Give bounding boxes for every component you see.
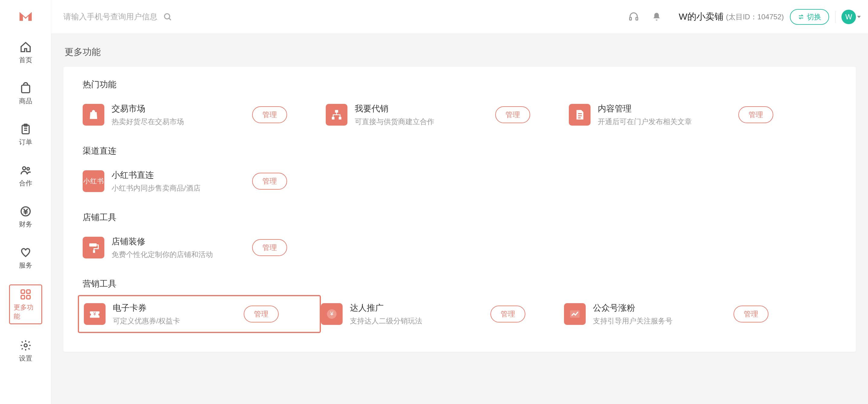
document-icon: [569, 104, 591, 125]
feature-title: 电子卡券: [113, 302, 244, 314]
ticket-icon: ¥: [84, 303, 105, 325]
svg-text:¥: ¥: [330, 310, 334, 317]
sidebar-item-label: 更多功能: [13, 303, 38, 321]
manage-button[interactable]: 管理: [252, 239, 287, 256]
feature-desc: 免费个性化定制你的店铺和活动: [112, 250, 252, 259]
svg-point-12: [24, 344, 27, 347]
feature-title: 店铺装修: [112, 236, 252, 247]
xiaohongshu-icon: 小红书: [83, 170, 104, 192]
vertical-divider: [835, 11, 835, 23]
sidebar-item-label: 合作: [19, 179, 32, 188]
home-icon: [19, 40, 32, 54]
feature-desc: 开通后可在门户发布相关文章: [598, 117, 738, 126]
svg-rect-17: [335, 110, 338, 113]
manage-button[interactable]: 管理: [495, 106, 530, 123]
manage-button[interactable]: 管理: [252, 173, 287, 190]
gear-icon: [19, 339, 32, 352]
shop-id: (太目ID：104752): [726, 12, 784, 22]
sidebar-item-service[interactable]: 服务: [9, 243, 42, 272]
sidebar-item-more[interactable]: 更多功能: [9, 284, 42, 324]
clipboard-icon: [19, 123, 32, 136]
sidebar-item-goods[interactable]: 商品: [9, 79, 42, 108]
shop-name: W的小卖铺: [679, 10, 723, 23]
sidebar-item-label: 服务: [19, 261, 32, 270]
sidebar-item-label: 财务: [19, 220, 32, 229]
feature-title: 达人推广: [350, 302, 490, 314]
avatar[interactable]: W: [841, 10, 856, 24]
sidebar-item-settings[interactable]: 设置: [9, 336, 42, 365]
sidebar-item-home[interactable]: 首页: [9, 38, 42, 67]
svg-rect-8: [21, 290, 25, 293]
feature-card-followers: 公众号涨粉 支持引导用户关注服务号 管理: [564, 300, 807, 327]
swap-icon: [798, 13, 804, 20]
sidebar-item-orders[interactable]: 订单: [9, 120, 42, 149]
manage-button[interactable]: 管理: [252, 106, 287, 123]
top-header: 请输入手机号查询用户信息 W的小卖铺 (太目ID：104752) 切换 W: [51, 0, 868, 34]
content-area: 更多功能 热门功能 交易市场 热卖好货尽在交易市场 管理: [51, 34, 868, 404]
feature-desc: 可定义优惠券/权益卡: [113, 316, 244, 326]
section-title: 热门功能: [83, 79, 837, 90]
switch-label: 切换: [807, 12, 821, 22]
svg-rect-16: [636, 17, 638, 20]
feature-title: 交易市场: [112, 103, 252, 114]
svg-rect-15: [629, 17, 631, 20]
avatar-letter: W: [845, 13, 852, 21]
svg-rect-21: [93, 250, 95, 253]
section-title: 营销工具: [83, 278, 837, 290]
grid-icon: [19, 288, 32, 301]
svg-point-13: [164, 13, 169, 19]
heart-icon: [19, 246, 32, 259]
sidebar-item-label: 首页: [19, 56, 32, 65]
headset-icon[interactable]: [628, 11, 639, 22]
feature-card-distribution: 我要代销 可直接与供货商建立合作 管理: [326, 101, 569, 128]
feature-card-decorate: 店铺装修 免费个性化定制你的店铺和活动 管理: [83, 234, 326, 261]
feature-card-xiaohongshu: 小红书 小红书直连 小红书内同步售卖商品/酒店 管理: [83, 168, 326, 195]
bell-icon[interactable]: [651, 11, 662, 22]
handshake-icon: ¥: [321, 303, 343, 325]
manage-button[interactable]: 管理: [738, 106, 773, 123]
feature-card-market: 交易市场 热卖好货尽在交易市场 管理: [83, 101, 326, 128]
svg-rect-11: [27, 295, 30, 299]
bag-solid-icon: [83, 104, 104, 125]
sidebar-item-label: 订单: [19, 138, 32, 147]
svg-rect-0: [22, 85, 30, 93]
section-title: 店铺工具: [83, 212, 837, 223]
feature-title: 公众号涨粉: [593, 302, 734, 314]
feature-desc: 小红书内同步售卖商品/酒店: [112, 183, 252, 193]
feature-title: 我要代销: [355, 103, 495, 114]
feature-card-kol: ¥ 达人推广 支持达人二级分销玩法 管理: [321, 300, 564, 327]
page-title: 更多功能: [63, 46, 856, 58]
yen-circle-icon: [19, 205, 32, 218]
feature-card-content: 内容管理 开通后可在门户发布相关文章 管理: [569, 101, 812, 128]
manage-button[interactable]: 管理: [490, 306, 525, 322]
feature-desc: 热卖好货尽在交易市场: [112, 117, 252, 126]
search-placeholder-text: 请输入手机号查询用户信息: [63, 11, 157, 22]
manage-button[interactable]: 管理: [734, 306, 769, 322]
section-marketing: 营销工具 ¥ 电子卡券 可定义优惠券/权益卡 管理 ¥: [83, 278, 837, 327]
feature-desc: 支持达人二级分销玩法: [350, 316, 490, 326]
search-input[interactable]: 请输入手机号查询用户信息: [63, 11, 173, 22]
section-channel: 渠道直连 小红书 小红书直连 小红书内同步售卖商品/酒店 管理: [83, 145, 837, 195]
features-panel: 热门功能 交易市场 热卖好货尽在交易市场 管理: [63, 67, 856, 352]
sidebar: 首页 商品 订单 合作 财务 服务 更多功能 设置: [0, 0, 51, 404]
switch-shop-button[interactable]: 切换: [790, 9, 829, 25]
svg-rect-19: [339, 117, 341, 120]
sitemap-icon: [326, 104, 347, 125]
svg-rect-9: [27, 290, 30, 293]
bag-icon: [19, 82, 32, 95]
sidebar-item-partner[interactable]: 合作: [9, 161, 42, 190]
search-icon: [163, 12, 173, 22]
chart-up-icon: [564, 303, 586, 325]
sidebar-item-label: 商品: [19, 97, 32, 106]
app-logo: [18, 7, 34, 24]
section-shop-tools: 店铺工具 店铺装修 免费个性化定制你的店铺和活动 管理: [83, 212, 837, 261]
svg-rect-20: [89, 243, 97, 247]
svg-rect-10: [21, 295, 25, 299]
sidebar-item-label: 设置: [19, 354, 32, 363]
svg-point-5: [23, 167, 26, 170]
feature-title: 小红书直连: [112, 169, 252, 181]
svg-rect-18: [332, 117, 335, 120]
manage-button[interactable]: 管理: [244, 306, 279, 322]
feature-title: 内容管理: [598, 103, 738, 114]
sidebar-item-finance[interactable]: 财务: [9, 202, 42, 231]
